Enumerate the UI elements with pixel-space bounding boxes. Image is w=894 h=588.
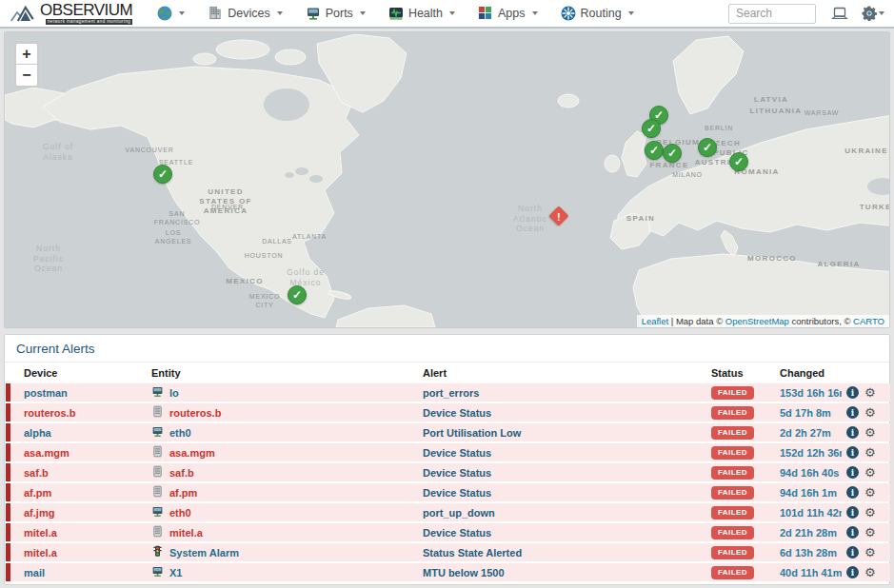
gear-icon[interactable]: ⚙ xyxy=(864,526,876,539)
table-row[interactable]: af.jmg eth0 port_up_down FAILED 101d 11h… xyxy=(6,503,890,521)
device-ok-marker[interactable]: ✓ xyxy=(642,119,661,138)
changed-time: 94d 16h 1m xyxy=(780,487,837,499)
table-row[interactable]: mitel.a mitel.a Device Status FAILED 2d … xyxy=(6,523,890,541)
entity-link[interactable]: mitel.a xyxy=(169,527,203,539)
device-link[interactable]: saf.b xyxy=(24,467,49,479)
search-input[interactable] xyxy=(728,4,816,24)
alert-link[interactable]: Device Status xyxy=(423,447,491,459)
table-row[interactable]: mail X1 MTU below 1500 FAILED 40d 11h 41… xyxy=(6,563,890,581)
device-ok-marker[interactable]: ✓ xyxy=(645,141,664,160)
info-icon[interactable]: i xyxy=(846,446,859,459)
info-icon[interactable]: i xyxy=(846,486,859,499)
device-link[interactable]: routeros.b xyxy=(24,407,75,419)
alert-link[interactable]: port_up_down xyxy=(423,507,495,519)
gear-icon[interactable]: ⚙ xyxy=(864,506,876,519)
entity-link[interactable]: asa.mgm xyxy=(169,447,215,459)
brand-name: OBSERVIUM xyxy=(40,2,132,18)
chevron-down-icon xyxy=(179,11,185,15)
panel-title: Current Alerts xyxy=(5,335,889,363)
gear-icon[interactable]: ⚙ xyxy=(864,466,876,479)
column-header-device: Device xyxy=(6,364,147,382)
menu-ports[interactable]: Ports xyxy=(294,0,377,27)
device-ok-marker[interactable]: ✓ xyxy=(663,144,682,163)
gear-icon[interactable]: ⚙ xyxy=(864,486,876,499)
info-icon[interactable]: i xyxy=(846,406,859,419)
alert-link[interactable]: Device Status xyxy=(423,527,491,539)
device-link[interactable]: af.jmg xyxy=(24,507,54,519)
table-row[interactable]: postman lo port_errors FAILED 153d 16h 1… xyxy=(6,383,890,402)
alert-link[interactable]: Port Utilisation Low xyxy=(423,427,521,439)
table-row[interactable]: mitel.a System Alarm Status State Alerte… xyxy=(6,543,890,561)
leaflet-link[interactable]: Leaflet xyxy=(642,316,669,326)
globe-icon xyxy=(157,6,172,21)
device-display-icon[interactable] xyxy=(831,7,848,21)
nav-menus: DevicesPortsHealthAppsRouting xyxy=(146,0,645,27)
gear-icon[interactable]: ⚙ xyxy=(864,426,876,439)
openstreetmap-link[interactable]: OpenStreetMap xyxy=(725,316,789,326)
menu-routing[interactable]: Routing xyxy=(549,0,646,27)
world-map[interactable]: UNITED STATES OF AMERICAMEXICOFRANCEBELG… xyxy=(4,31,890,328)
device-link[interactable]: asa.mgm xyxy=(24,447,70,459)
alert-link[interactable]: Device Status xyxy=(423,487,491,499)
changed-time: 153d 16h 16m xyxy=(780,387,842,399)
device-link[interactable]: mitel.a xyxy=(24,547,57,559)
entity-link[interactable]: routeros.b xyxy=(169,407,221,419)
alarm-icon xyxy=(151,545,164,559)
table-row[interactable]: af.pm af.pm Device Status FAILED 94d 16h… xyxy=(6,483,890,501)
status-badge: FAILED xyxy=(711,426,754,440)
alert-link[interactable]: Device Status xyxy=(423,407,491,419)
table-row[interactable]: saf.b saf.b Device Status FAILED 94d 16h… xyxy=(6,463,890,481)
table-row[interactable]: alpha eth0 Port Utilisation Low FAILED 2… xyxy=(6,423,890,441)
entity-link[interactable]: af.pm xyxy=(169,487,197,499)
gear-icon[interactable]: ⚙ xyxy=(864,566,876,578)
server-icon xyxy=(151,485,164,500)
entity-link[interactable]: lo xyxy=(169,387,179,399)
table-header-row: DeviceEntityAlertStatusChanged xyxy=(6,364,890,382)
device-link[interactable]: mitel.a xyxy=(24,527,57,539)
alert-link[interactable]: port_errors xyxy=(423,387,479,399)
device-ok-marker[interactable]: ✓ xyxy=(288,285,307,304)
settings-gear-icon[interactable] xyxy=(862,6,884,21)
info-icon[interactable]: i xyxy=(846,426,859,439)
info-icon[interactable]: i xyxy=(846,546,859,559)
zoom-in-button[interactable]: + xyxy=(16,44,37,65)
menu-health[interactable]: Health xyxy=(377,0,467,27)
gear-icon[interactable]: ⚙ xyxy=(864,406,876,419)
info-icon[interactable]: i xyxy=(846,386,859,399)
zoom-out-button[interactable]: − xyxy=(16,65,37,86)
info-icon[interactable]: i xyxy=(846,526,859,539)
device-ok-marker[interactable]: ✓ xyxy=(153,165,172,184)
device-ok-marker[interactable]: ✓ xyxy=(729,152,748,171)
entity-link[interactable]: eth0 xyxy=(169,507,191,519)
entity-link[interactable]: X1 xyxy=(169,567,182,578)
carto-link[interactable]: CARTO xyxy=(853,316,884,326)
table-row[interactable]: routeros.b routeros.b Device Status FAIL… xyxy=(6,403,890,421)
device-ok-marker[interactable]: ✓ xyxy=(698,138,717,157)
alert-link[interactable]: Status State Alerted xyxy=(423,547,522,559)
menu-apps[interactable]: Apps xyxy=(467,0,549,27)
entity-link[interactable]: System Alarm xyxy=(169,547,239,559)
table-row[interactable]: asa.mgm asa.mgm Device Status FAILED 152… xyxy=(6,443,890,461)
entity-link[interactable]: eth0 xyxy=(169,427,191,439)
info-icon[interactable]: i xyxy=(846,566,859,578)
column-header-actions xyxy=(842,364,890,382)
info-icon[interactable]: i xyxy=(846,466,859,479)
menu-devices[interactable]: Devices xyxy=(196,0,293,27)
alert-link[interactable]: Device Status xyxy=(423,467,491,479)
menu-overview[interactable] xyxy=(146,0,196,27)
status-badge: FAILED xyxy=(711,466,754,480)
observium-logo[interactable]: OBSERVIUM network management and monitor… xyxy=(10,2,132,26)
status-badge: FAILED xyxy=(711,386,754,400)
entity-link[interactable]: saf.b xyxy=(169,467,194,479)
device-link[interactable]: postman xyxy=(24,387,68,399)
gear-icon[interactable]: ⚙ xyxy=(864,386,876,399)
alert-link[interactable]: MTU below 1500 xyxy=(423,567,505,578)
gear-icon[interactable]: ⚙ xyxy=(864,546,876,559)
info-icon[interactable]: i xyxy=(846,506,859,519)
device-link[interactable]: af.pm xyxy=(24,487,51,499)
top-navbar: OBSERVIUM network management and monitor… xyxy=(0,0,894,29)
device-link[interactable]: alpha xyxy=(24,427,51,439)
gear-icon[interactable]: ⚙ xyxy=(864,446,876,459)
device-link[interactable]: mail xyxy=(24,567,45,578)
menu-label: Devices xyxy=(228,7,269,20)
